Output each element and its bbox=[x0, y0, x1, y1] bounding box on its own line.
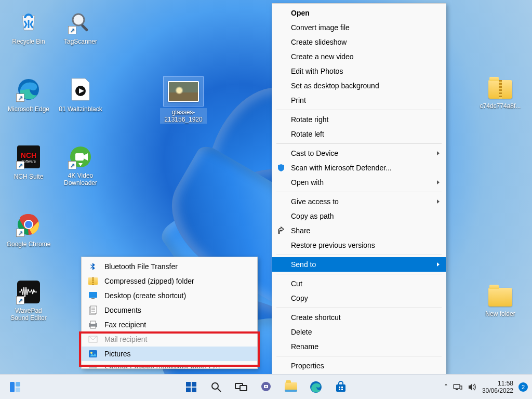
media-file-icon bbox=[68, 77, 93, 102]
svg-point-22 bbox=[90, 352, 92, 354]
icon-label: WavePad Sound Editor bbox=[5, 307, 52, 322]
menu-properties[interactable]: Properties bbox=[272, 358, 446, 373]
sendto-pictures[interactable]: Pictures bbox=[82, 347, 257, 361]
sendto-desktop[interactable]: Desktop (create shortcut) bbox=[82, 288, 257, 303]
menu-share[interactable]: Share bbox=[272, 223, 446, 238]
menu-copy-path[interactable]: Copy as path bbox=[272, 209, 446, 223]
chevron-right-icon bbox=[437, 200, 440, 204]
task-view-button[interactable] bbox=[230, 377, 252, 397]
pictures-icon bbox=[88, 349, 98, 359]
menu-send-to[interactable]: Send to bbox=[272, 257, 446, 272]
menu-delete[interactable]: Delete bbox=[272, 325, 446, 339]
widgets-button[interactable] bbox=[4, 377, 26, 397]
share-icon bbox=[276, 226, 286, 235]
chat-button[interactable] bbox=[255, 377, 277, 397]
image-thumbnail bbox=[164, 77, 203, 106]
store-button[interactable] bbox=[330, 377, 352, 397]
clock-time: 11:58 bbox=[482, 380, 513, 387]
svg-rect-29 bbox=[192, 382, 196, 387]
sendto-mail[interactable]: Mail recipient bbox=[82, 332, 257, 347]
menu-cast-to-device[interactable]: Cast to Device bbox=[272, 146, 446, 161]
menu-scan-defender[interactable]: Scan with Microsoft Defender... bbox=[272, 161, 446, 175]
notification-badge[interactable]: 2 bbox=[518, 382, 528, 392]
menu-rotate-left[interactable]: Rotate left bbox=[272, 127, 446, 141]
menu-create-slideshow[interactable]: Create slideshow bbox=[272, 35, 446, 49]
zip-folder-icon bbox=[488, 80, 512, 99]
icon-label: Microsoft Edge bbox=[7, 105, 50, 113]
menu-create-video[interactable]: Create a new video bbox=[272, 49, 446, 64]
desktop-icon-edge[interactable]: ↗ Microsoft Edge bbox=[5, 77, 52, 113]
svg-rect-28 bbox=[186, 382, 191, 387]
desktop-icon-zip-folder[interactable]: c74dc774a8f... bbox=[477, 77, 524, 110]
icon-label: TagScanner bbox=[63, 37, 98, 46]
recycle-bin-icon bbox=[16, 9, 41, 34]
sendto-zip[interactable]: Compressed (zipped) folder bbox=[82, 274, 257, 288]
desktop-icon-chrome[interactable]: ↗ Google Chrome bbox=[5, 212, 52, 248]
svg-rect-41 bbox=[339, 387, 340, 388]
svg-rect-31 bbox=[192, 388, 196, 392]
menu-rename[interactable]: Rename bbox=[272, 339, 446, 354]
desktop-icon-waltzinblack[interactable]: 01 Waltzinblack bbox=[57, 77, 104, 113]
menu-set-background[interactable]: Set as desktop background bbox=[272, 78, 446, 93]
svg-rect-18 bbox=[90, 321, 96, 324]
menu-restore-versions[interactable]: Restore previous versions bbox=[272, 238, 446, 252]
fax-icon bbox=[88, 320, 98, 330]
volume-icon[interactable] bbox=[468, 383, 477, 391]
svg-rect-25 bbox=[10, 382, 15, 392]
svg-rect-23 bbox=[89, 366, 97, 369]
network-icon[interactable] bbox=[453, 383, 462, 391]
desktop-icon-glasses-image[interactable]: glasses-213156_1920 bbox=[160, 77, 207, 124]
menu-rotate-right[interactable]: Rotate right bbox=[272, 112, 446, 127]
svg-rect-11 bbox=[91, 298, 95, 299]
chrome-icon: ↗ bbox=[16, 212, 41, 237]
menu-create-shortcut[interactable]: Create shortcut bbox=[272, 310, 446, 325]
start-button[interactable] bbox=[180, 377, 202, 397]
mail-icon bbox=[88, 334, 98, 344]
clock[interactable]: 11:58 30/06/2022 bbox=[482, 380, 513, 394]
desktop-icon-4k-video[interactable]: ↗ 4K Video Downloader bbox=[57, 144, 104, 187]
svg-rect-10 bbox=[89, 292, 97, 298]
icon-label: c74dc774a8f... bbox=[479, 102, 522, 110]
menu-print[interactable]: Print bbox=[272, 93, 446, 108]
menu-separator bbox=[276, 110, 442, 110]
desktop-icon-tagscanner[interactable]: ↗ TagScanner bbox=[57, 9, 104, 46]
menu-edit-photos[interactable]: Edit with Photos bbox=[272, 64, 446, 78]
tray-overflow[interactable]: ˄ bbox=[444, 383, 448, 391]
chevron-right-icon bbox=[437, 180, 440, 184]
menu-copy[interactable]: Copy bbox=[272, 291, 446, 305]
sendto-fax[interactable]: Fax recipient bbox=[82, 317, 257, 332]
sendto-shared-folders[interactable]: Shared Folders (\\vmware-host) (Z:) bbox=[82, 361, 257, 369]
svg-line-33 bbox=[218, 389, 221, 392]
menu-open-with[interactable]: Open with bbox=[272, 175, 446, 190]
taskbar: ˄ 11:58 30/06/2022 2 bbox=[0, 374, 532, 399]
menu-separator bbox=[276, 255, 442, 255]
svg-point-38 bbox=[265, 385, 267, 387]
menu-separator bbox=[276, 143, 442, 144]
menu-give-access[interactable]: Give access to bbox=[272, 194, 446, 209]
menu-convert-image[interactable]: Convert image file bbox=[272, 20, 446, 35]
sendto-bluetooth[interactable]: Bluetooth File Transfer bbox=[82, 259, 257, 274]
file-explorer-button[interactable] bbox=[280, 377, 302, 397]
menu-cut[interactable]: Cut bbox=[272, 276, 446, 291]
zip-folder-icon bbox=[88, 276, 98, 286]
svg-rect-42 bbox=[341, 387, 343, 388]
chevron-right-icon bbox=[437, 151, 440, 155]
icon-label: 4K Video Downloader bbox=[57, 171, 104, 187]
desktop-icon-recycle-bin[interactable]: Recycle Bin bbox=[5, 9, 52, 46]
desktop-icon-nch-suite[interactable]: NCHSoftware ↗ NCH Suite bbox=[5, 144, 52, 181]
svg-rect-43 bbox=[339, 389, 340, 390]
documents-icon bbox=[88, 305, 98, 315]
sendto-documents[interactable]: Documents bbox=[82, 303, 257, 317]
desktop-icon-new-folder[interactable]: New folder bbox=[477, 285, 524, 318]
svg-rect-6 bbox=[75, 153, 84, 161]
edge-taskbar-button[interactable] bbox=[305, 377, 327, 397]
svg-point-0 bbox=[73, 14, 84, 25]
menu-open[interactable]: Open bbox=[272, 6, 446, 20]
search-button[interactable] bbox=[205, 377, 227, 397]
desktop-icon-wavepad[interactable]: ↗ WavePad Sound Editor bbox=[5, 280, 52, 322]
shortcut-arrow-icon: ↗ bbox=[16, 161, 24, 169]
menu-separator bbox=[276, 274, 442, 274]
svg-rect-26 bbox=[16, 382, 20, 387]
taskbar-center bbox=[180, 377, 352, 397]
sendto-submenu: Bluetooth File Transfer Compressed (zipp… bbox=[81, 257, 258, 369]
